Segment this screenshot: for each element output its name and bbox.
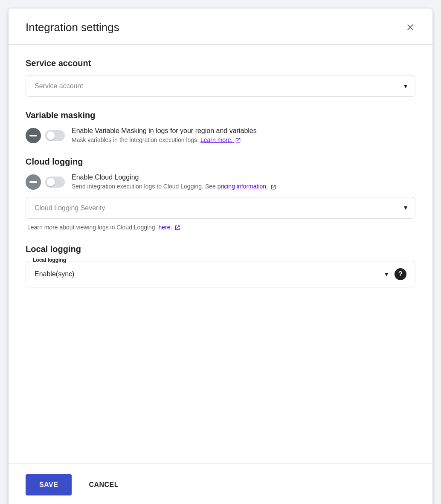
svg-rect-0	[29, 135, 37, 136]
variable-masking-learn-more-link[interactable]: Learn more.	[200, 136, 241, 143]
variable-masking-toggle-thumb	[46, 131, 55, 140]
integration-settings-dialog: Integration settings Service account Ser…	[9, 9, 432, 504]
cloud-logging-severity-wrapper: Cloud Logging Severity ▼	[26, 197, 415, 219]
variable-masking-title: Variable masking	[26, 110, 415, 120]
pricing-information-link[interactable]: pricing information.	[218, 183, 276, 190]
variable-masking-description: Mask variables in the integration execut…	[72, 136, 257, 143]
close-icon	[405, 22, 415, 32]
variable-masking-text: Enable Variable Masking in logs for your…	[72, 127, 257, 143]
cloud-logging-helper-text: Learn more about viewing logs in Cloud L…	[26, 224, 415, 231]
cloud-logging-section: Cloud logging Enable Cloud Logging	[26, 157, 415, 231]
cloud-logging-description: Send integration execution logs to Cloud…	[72, 183, 276, 190]
cancel-button[interactable]: CANCEL	[78, 474, 129, 495]
variable-masking-toggle-row: Enable Variable Masking in logs for your…	[26, 127, 415, 143]
dialog-header: Integration settings	[9, 9, 432, 45]
service-account-select[interactable]: Service account	[26, 75, 415, 97]
local-logging-title: Local logging	[26, 244, 415, 254]
cloud-logging-here-link[interactable]: here.	[158, 224, 180, 231]
variable-masking-section: Variable masking Enable Variable Masking…	[26, 110, 415, 143]
local-logging-controls: ▼ ?	[383, 268, 406, 280]
local-logging-section: Local logging Local logging Enable(sync)…	[26, 244, 415, 287]
variable-masking-toggle-track[interactable]	[45, 130, 65, 141]
service-account-title: Service account	[26, 58, 415, 68]
minus-icon	[29, 135, 37, 136]
cloud-logging-title: Cloud logging	[26, 157, 415, 167]
local-logging-arrow: ▼	[383, 271, 389, 278]
dialog-content: Service account Service account ▼ Variab…	[9, 45, 432, 463]
cloud-logging-toggle-thumb	[46, 178, 55, 186]
local-logging-help-icon[interactable]: ?	[395, 268, 406, 280]
cloud-logging-toggle-track[interactable]	[45, 177, 65, 188]
learn-more-external-icon	[235, 137, 241, 143]
local-logging-legend: Local logging	[31, 257, 68, 263]
cloud-logging-text: Enable Cloud Logging Send integration ex…	[72, 174, 276, 190]
pricing-external-icon	[270, 184, 276, 190]
service-account-select-wrapper: Service account ▼	[26, 75, 415, 97]
cloud-logging-toggle-container[interactable]	[26, 174, 65, 190]
dialog-title: Integration settings	[26, 21, 119, 34]
cloud-logging-severity-select[interactable]: Cloud Logging Severity	[26, 197, 415, 219]
cloud-logging-label: Enable Cloud Logging	[72, 174, 276, 181]
service-account-section: Service account Service account ▼	[26, 58, 415, 97]
local-logging-select[interactable]: Enable(sync) Disable Enable(async)	[35, 270, 383, 278]
here-external-icon	[174, 225, 180, 231]
variable-masking-toggle-container[interactable]	[26, 128, 65, 143]
save-button[interactable]: SAVE	[26, 474, 72, 495]
minus-icon-cloud	[29, 181, 37, 183]
variable-masking-minus-icon	[26, 128, 41, 143]
close-button[interactable]	[402, 19, 419, 36]
variable-masking-label: Enable Variable Masking in logs for your…	[72, 127, 257, 135]
cloud-logging-toggle-row: Enable Cloud Logging Send integration ex…	[26, 174, 415, 190]
local-logging-fieldset: Local logging Enable(sync) Disable Enabl…	[26, 261, 415, 287]
cloud-logging-severity-section: Cloud Logging Severity ▼ Learn more abou…	[26, 197, 415, 231]
dialog-footer: SAVE CANCEL	[9, 463, 432, 504]
local-logging-select-wrapper: Enable(sync) Disable Enable(async) ▼ ?	[26, 261, 415, 287]
cloud-logging-minus-icon	[26, 174, 41, 190]
svg-rect-1	[29, 181, 37, 183]
